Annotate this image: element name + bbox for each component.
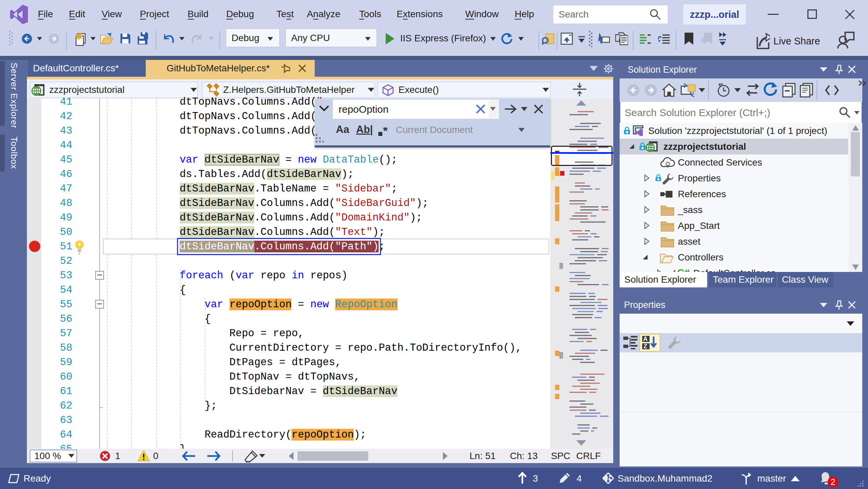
svg-text:Z: Z <box>644 343 647 349</box>
svg-text:*: * <box>383 127 388 137</box>
svg-text:2: 2 <box>831 477 835 487</box>
svg-text:A: A <box>643 336 648 342</box>
